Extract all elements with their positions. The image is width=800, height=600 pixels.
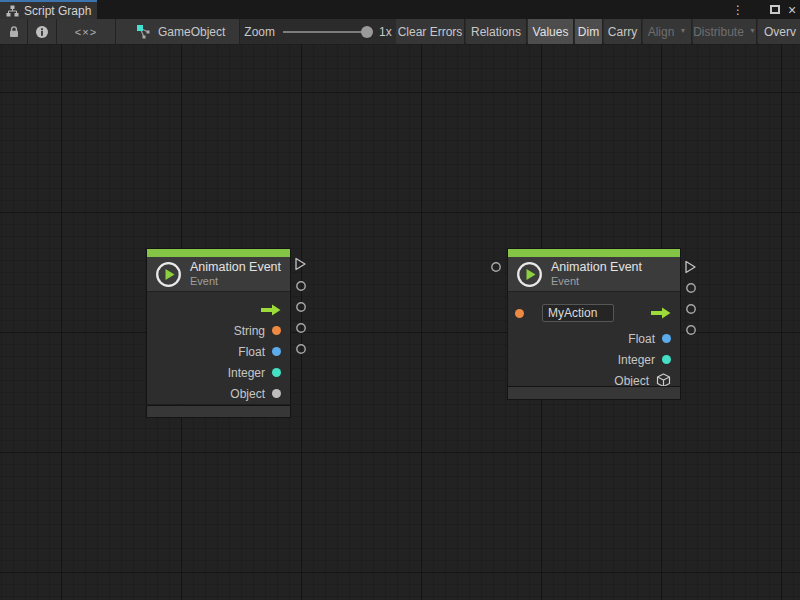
- string-out-port[interactable]: [295, 280, 307, 292]
- integer-port-dot: [662, 355, 671, 364]
- info-button[interactable]: [28, 19, 57, 44]
- tab-script-graph[interactable]: Script Graph: [0, 0, 97, 19]
- port-row-name-input: [508, 298, 680, 328]
- object-out-port[interactable]: [295, 343, 307, 355]
- node-subtitle: Event: [190, 275, 281, 288]
- values-toggle[interactable]: Values: [528, 19, 574, 44]
- object-out-port[interactable]: [685, 324, 697, 336]
- zoom-slider[interactable]: [283, 31, 371, 33]
- zoom-slider-knob[interactable]: [361, 26, 373, 38]
- node-header[interactable]: Animation Event Event: [508, 257, 680, 291]
- distribute-dropdown[interactable]: Distribute ▼: [693, 19, 757, 44]
- node-animation-event-2[interactable]: Animation Event Event: [507, 248, 681, 386]
- event-name-input[interactable]: [542, 304, 614, 322]
- port-label: Object: [230, 387, 265, 401]
- integer-port-dot: [272, 368, 281, 377]
- node-footer: [507, 386, 681, 400]
- event-play-icon: [516, 261, 543, 288]
- close-icon[interactable]: ×: [784, 0, 800, 19]
- node-animation-event-1[interactable]: Animation Event Event String: [146, 248, 291, 404]
- graph-hierarchy-icon: [6, 5, 19, 17]
- port-row-string: String: [147, 320, 290, 341]
- node-body: String Float Integer Object: [147, 291, 290, 404]
- port-label: Float: [628, 332, 655, 346]
- tab-title: Script Graph: [24, 4, 91, 18]
- port-row-float: Float: [147, 341, 290, 362]
- name-in-port[interactable]: [490, 261, 502, 273]
- graph-owner-segment[interactable]: GameObject: [116, 19, 240, 44]
- string-port-dot: [272, 326, 281, 335]
- port-row-integer: Integer: [508, 349, 680, 370]
- zoom-value: 1x: [379, 25, 392, 39]
- port-row-flow-out: [147, 299, 290, 320]
- tab-bar: Script Graph ⋮ ×: [0, 0, 800, 19]
- lock-icon: [8, 25, 20, 38]
- node-header[interactable]: Animation Event Event: [147, 257, 290, 291]
- graph-owner-label: GameObject: [158, 25, 225, 39]
- node-header-accent: [508, 249, 680, 257]
- dim-toggle[interactable]: Dim: [575, 19, 603, 44]
- align-dropdown[interactable]: Align ▼: [643, 19, 692, 44]
- carry-toggle[interactable]: Carry: [604, 19, 642, 44]
- chevron-down-icon: ▼: [679, 27, 686, 34]
- clear-errors-button[interactable]: Clear Errors: [396, 19, 465, 44]
- integer-out-port[interactable]: [685, 303, 697, 315]
- event-play-icon: [155, 261, 182, 288]
- node-subtitle: Event: [551, 275, 642, 288]
- graph-canvas[interactable]: Animation Event Event String: [0, 44, 800, 600]
- flow-out-port[interactable]: [684, 260, 697, 274]
- port-row-object: Object: [147, 383, 290, 404]
- flow-arrow-icon: [260, 304, 281, 316]
- float-port-dot: [272, 347, 281, 356]
- script-graph-window: Script Graph ⋮ × <×>: [0, 0, 800, 600]
- port-label: Integer: [228, 366, 265, 380]
- port-row-integer: Integer: [147, 362, 290, 383]
- lock-button[interactable]: [0, 19, 28, 44]
- node-footer: [146, 405, 291, 418]
- port-row-float: Float: [508, 328, 680, 349]
- distribute-label: Distribute: [693, 25, 744, 39]
- window-menu-icon[interactable]: ⋮: [730, 0, 746, 19]
- float-out-port[interactable]: [295, 301, 307, 313]
- chevron-down-icon: ▼: [749, 27, 756, 34]
- zoom-label: Zoom: [244, 25, 275, 39]
- flow-out-port[interactable]: [294, 257, 307, 271]
- graph-toolbar: <×> GameObject Zoom 1x Clear Errors Rela…: [0, 19, 800, 44]
- float-port-dot: [662, 334, 671, 343]
- relations-button[interactable]: Relations: [466, 19, 527, 44]
- align-label: Align: [648, 25, 675, 39]
- name-input-port-dot: [515, 309, 524, 318]
- node-title: Animation Event: [551, 260, 642, 274]
- port-label: Float: [238, 345, 265, 359]
- port-label: String: [234, 324, 265, 338]
- node-body: Float Integer Object: [508, 291, 680, 391]
- zoom-control: Zoom 1x: [240, 19, 396, 44]
- info-icon: [35, 25, 49, 39]
- graph-node-icon: [136, 24, 152, 40]
- code-preview-button[interactable]: <×>: [57, 19, 116, 44]
- maximize-icon[interactable]: [766, 0, 784, 19]
- flow-arrow-icon: [650, 307, 671, 319]
- integer-out-port[interactable]: [295, 322, 307, 334]
- node-header-accent: [147, 249, 290, 257]
- node-title: Animation Event: [190, 260, 281, 274]
- float-out-port[interactable]: [685, 282, 697, 294]
- object-port-dot: [272, 389, 281, 398]
- port-label: Integer: [618, 353, 655, 367]
- overview-button[interactable]: Overv: [758, 19, 800, 44]
